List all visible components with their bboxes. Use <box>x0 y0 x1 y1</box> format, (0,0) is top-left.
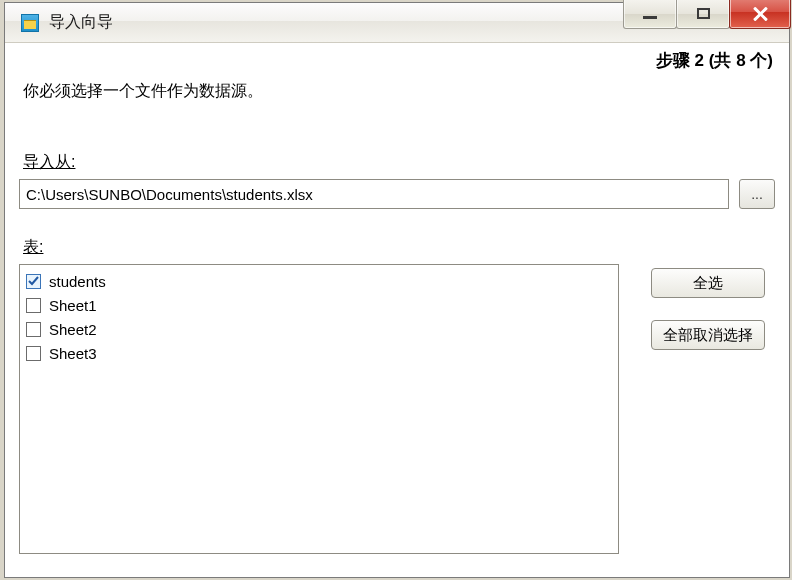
list-item[interactable]: Sheet3 <box>26 341 612 365</box>
minimize-icon <box>643 16 657 19</box>
import-from-label: 导入从: <box>23 152 775 173</box>
deselect-all-button[interactable]: 全部取消选择 <box>651 320 765 350</box>
window-controls <box>624 0 791 29</box>
list-item-label: Sheet1 <box>49 297 97 314</box>
list-item[interactable]: Sheet1 <box>26 293 612 317</box>
mid-row: studentsSheet1Sheet2Sheet3 全选 全部取消选择 <box>19 264 775 554</box>
import-from-row: ... <box>19 179 775 209</box>
step-indicator: 步骤 2 (共 8 个) <box>656 49 773 72</box>
select-all-button[interactable]: 全选 <box>651 268 765 298</box>
close-icon <box>751 5 769 23</box>
checkbox-icon[interactable] <box>26 322 41 337</box>
list-item-label: Sheet3 <box>49 345 97 362</box>
client-area: 步骤 2 (共 8 个) 你必须选择一个文件作为数据源。 导入从: ... 表:… <box>5 43 789 577</box>
minimize-button[interactable] <box>623 0 677 29</box>
checkbox-icon[interactable] <box>26 298 41 313</box>
close-button[interactable] <box>729 0 791 29</box>
browse-button[interactable]: ... <box>739 179 775 209</box>
instruction-text: 你必须选择一个文件作为数据源。 <box>23 81 775 102</box>
list-item-label: Sheet2 <box>49 321 97 338</box>
app-icon <box>21 14 39 32</box>
list-item-label: students <box>49 273 106 290</box>
tables-listbox[interactable]: studentsSheet1Sheet2Sheet3 <box>19 264 619 554</box>
side-buttons: 全选 全部取消选择 <box>651 268 765 350</box>
import-path-input[interactable] <box>19 179 729 209</box>
list-item[interactable]: students <box>26 269 612 293</box>
ellipsis-icon: ... <box>751 186 763 202</box>
maximize-button[interactable] <box>676 0 730 29</box>
tables-label: 表: <box>23 237 775 258</box>
maximize-icon <box>697 8 710 19</box>
checkbox-icon[interactable] <box>26 274 41 289</box>
import-wizard-window: 导入向导 步骤 2 (共 8 个) 你必须选择一个文件作为数据源。 导入从: .… <box>4 2 790 578</box>
checkbox-icon[interactable] <box>26 346 41 361</box>
titlebar: 导入向导 <box>5 3 789 43</box>
window-title: 导入向导 <box>49 12 113 33</box>
list-item[interactable]: Sheet2 <box>26 317 612 341</box>
